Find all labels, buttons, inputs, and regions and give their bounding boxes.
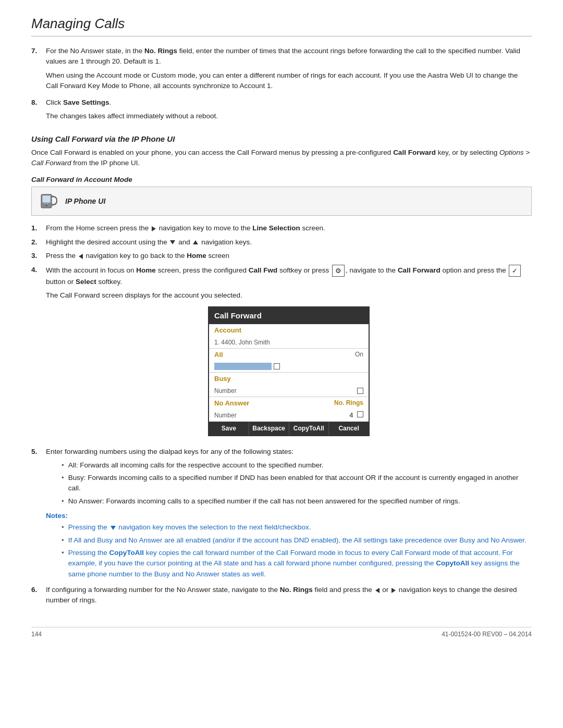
nav-up-icon-1 (192, 237, 199, 248)
footer-doc-ref: 41-001524-00 REV00 – 04.2014 (442, 631, 532, 638)
svg-rect-1 (42, 195, 51, 203)
step-3-text3: screen (206, 252, 229, 260)
step-4-text5: option and press the (440, 266, 508, 274)
notes-label: Notes: (46, 511, 532, 521)
item-8-text1: Click (46, 98, 63, 106)
cf-account-value-row: 1. 4400, John Smith (209, 337, 369, 348)
step-2-text1: Highlight the desired account using the (46, 238, 169, 246)
cf-all-right: On (340, 350, 363, 359)
ip-phone-label: IP Phone UI (65, 197, 105, 205)
step-3: 3. Press the navigation key to go back t… (31, 251, 532, 262)
cf-all-label: All (214, 350, 340, 360)
step-4-subtext: The Call Forward screen displays for the… (46, 290, 532, 301)
svg-point-5 (52, 204, 54, 206)
title-divider (31, 36, 532, 36)
cf-title-bar: Call Forward (209, 307, 369, 325)
note-3-bold2: CopytoAll (436, 559, 469, 567)
cf-backspace-btn: Backspace (249, 422, 289, 435)
cf-noanswer-number: Number (214, 411, 340, 420)
step-5-bullets: All: Forwards all incoming calls for the… (46, 460, 532, 507)
step-6: 6. If configuring a forwarding number fo… (31, 585, 532, 606)
item-7-text1: For the No Answer state, in the (46, 47, 144, 55)
steps-list: 1. From the Home screen press the naviga… (31, 223, 532, 443)
step-6-text1: If configuring a forwarding number for t… (46, 586, 280, 594)
nav-left-icon-6 (374, 585, 381, 595)
step-4-text2: screen, press the configured (156, 266, 249, 274)
svg-point-2 (45, 204, 47, 206)
step-2-content: Highlight the desired account using the … (46, 237, 532, 248)
gear-icon-box: ⚙ (332, 265, 345, 277)
step-6-content: If configuring a forwarding number for t… (46, 585, 532, 606)
step-4-num: 4. (31, 265, 46, 443)
step-3-num: 3. (31, 251, 46, 262)
svg-point-4 (52, 195, 54, 198)
step-3-content: Press the navigation key to go back to t… (46, 251, 532, 262)
cf-title: Call Forward (214, 311, 262, 320)
step-4: 4. With the account in focus on Home scr… (31, 265, 532, 443)
step-4-text7: softkey. (96, 278, 122, 286)
cf-body: Account 1. 4400, John Smith All On (209, 324, 369, 422)
cf-noanswer-rings-label: No. Rings (334, 398, 363, 408)
step-5-content: Enter forwarding numbers using the dialp… (46, 447, 532, 582)
phone-icon (39, 191, 59, 211)
step-2: 2. Highlight the desired account using t… (31, 237, 532, 248)
note-2: If All and Busy and No Answer are all en… (62, 535, 532, 546)
item-8-subtext: The changes takes affect immediately wit… (46, 111, 532, 121)
cf-footer: Save Backspace CopyToAll Cancel (209, 422, 369, 435)
item-8-text2: . (109, 98, 112, 106)
using-section-intro: Once Call Forward is enabled on your pho… (31, 147, 532, 169)
cf-busy-number-row: Number (209, 385, 369, 397)
step-4-bold4: Select (76, 278, 96, 286)
cf-noanswer-input-row: Number 4 (209, 409, 369, 422)
step-2-text3: navigation keys. (199, 238, 252, 246)
step5-list: 5. Enter forwarding numbers using the di… (31, 447, 532, 582)
step-3-text2: navigation key to go back to the (84, 252, 187, 260)
step-3-bold: Home (187, 252, 206, 260)
item-8-content: Click Save Settings. The changes takes a… (46, 97, 532, 125)
cf-busy-checkbox (357, 388, 363, 394)
step-2-text2: and (176, 238, 192, 246)
step-1-text3: screen. (300, 224, 325, 232)
note-3-text1: Pressing the (68, 549, 109, 557)
cf-all-input-row (209, 361, 369, 372)
cf-account-label: Account (214, 325, 363, 336)
step-4-bold3: Call Forward (398, 266, 440, 274)
cf-all-row: All On (209, 349, 369, 361)
nav-right-icon-1 (151, 223, 157, 233)
item-7-para1: For the No Answer state, in the No. Ring… (46, 46, 532, 67)
page-footer: 144 41-001524-00 REV00 – 04.2014 (31, 627, 532, 638)
item-7-para2: When using the Account mode or Custom mo… (46, 70, 532, 92)
step-4-content: With the account in focus on Home screen… (46, 265, 532, 443)
note-1-text2: navigation key moves the selection to th… (117, 523, 311, 531)
cf-account-value: 1. 4400, John Smith (214, 338, 363, 347)
cf-cancel-btn: Cancel (329, 422, 369, 435)
step-1-text1: From the Home screen press the (46, 224, 151, 232)
step-6-text3: or (381, 586, 391, 594)
cf-busy-number: Number (214, 386, 355, 396)
cf-copytoall-btn: CopyToAll (289, 422, 329, 435)
step-5-text: Enter forwarding numbers using the dialp… (46, 447, 532, 457)
step-1-text2: navigation key to move to the (157, 224, 252, 232)
item-7-field1: No. Rings (144, 47, 177, 55)
step-1-content: From the Home screen press the navigatio… (46, 223, 532, 234)
step-1: 1. From the Home screen press the naviga… (31, 223, 532, 234)
call-forward-screen: Call Forward Account 1. 4400, John Smith… (208, 306, 370, 436)
nav-down-icon-1 (169, 237, 176, 248)
item-7-num: 7. (31, 46, 46, 94)
step-5-bullet-1: All: Forwards all incoming calls for the… (62, 460, 532, 471)
list-item-8: 8. Click Save Settings. The changes take… (31, 97, 532, 125)
step-2-num: 2. (31, 237, 46, 248)
using-text2: from the IP phone UI. (71, 159, 140, 167)
using-text1: key, or by selecting (436, 149, 499, 156)
nav-right-icon-6 (390, 585, 397, 595)
cf-noanswer-rings-value: 4 (340, 410, 363, 421)
step-4-text1: With the account in focus on (46, 266, 136, 274)
using-bold1: Call Forward (393, 149, 436, 156)
cf-save-btn: Save (209, 422, 249, 435)
step-3-text1: Press the (46, 252, 78, 260)
step6-list: 6. If configuring a forwarding number fo… (31, 585, 532, 606)
item-8-para1: Click Save Settings. (46, 97, 532, 108)
check-icon-box: ✓ (509, 265, 521, 277)
list-item-7: 7. For the No Answer state, in the No. R… (31, 46, 532, 94)
note-3-bold1: CopyToAll (109, 549, 144, 557)
